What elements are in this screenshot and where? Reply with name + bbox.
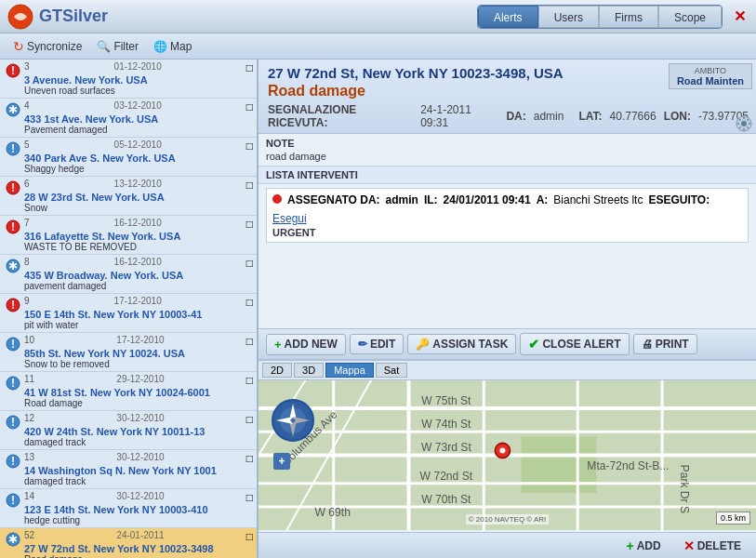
print-button[interactable]: 🖨 PRINT <box>633 334 697 354</box>
edit-button[interactable]: ✏ EDIT <box>350 334 404 354</box>
sync-icon: ↻ <box>13 39 24 54</box>
delete-button[interactable]: ✕ DELETE <box>676 537 749 555</box>
filter-icon: 🔍 <box>97 40 111 53</box>
add-button[interactable]: + ADD <box>618 537 668 555</box>
svg-text:Park Dr S: Park Dr S <box>678 465 691 513</box>
svg-text:!: ! <box>11 416 15 429</box>
a-label: A: <box>537 193 549 206</box>
map-controls: 2D 3D Mappa Sat <box>259 361 756 380</box>
main-area: ! 3 01-12-2010 □ 3 Avenue. New York. USA… <box>0 60 756 558</box>
segnalazione-label: SEGNALAZIONE RICEVUTA: <box>268 103 413 129</box>
bottom-bar: + ADD ✕ DELETE <box>259 532 756 558</box>
list-item[interactable]: ! 13 30-12-2010 □ 14 Washington Sq N. Ne… <box>0 450 257 489</box>
map-tab-3d[interactable]: 3D <box>294 363 324 378</box>
segnalazione-value: 24-1-2011 09:31 <box>420 103 498 129</box>
wrench2-icon: ✱ <box>6 259 20 273</box>
list-item-selected[interactable]: ✱ 52 24-01-2011 □ 27 W 72nd St. New York… <box>0 528 257 558</box>
ambito-value: Road Mainten <box>677 75 744 86</box>
delete-icon: ✕ <box>683 538 695 553</box>
svg-text:!: ! <box>11 220 15 233</box>
assign-icon: 🔑 <box>416 338 430 351</box>
il-value: 24/01/2011 09:41 <box>444 193 531 206</box>
app-title: GTSilver <box>39 7 258 26</box>
edit-icon: ✏ <box>358 338 367 351</box>
svg-text:!: ! <box>11 142 15 155</box>
interventi-section: LISTA INTERVENTI ASSEGNATO DA: admin IL:… <box>259 166 756 328</box>
alert-blue3-icon: ! <box>6 376 20 391</box>
list-item[interactable]: ! 9 17-12-2010 □ 150 E 14th St. New York… <box>0 294 257 333</box>
toolbar: ↻ Syncronize 🔍 Filter 🌐 Map <box>0 33 756 60</box>
map-section: 2D 3D Mappa Sat <box>259 360 756 532</box>
list-item[interactable]: ! 6 13-12-2010 □ 28 W 23rd St. New York.… <box>0 177 257 216</box>
list-item[interactable]: ! 7 16-12-2010 □ 316 Lafayette St. New Y… <box>0 216 257 255</box>
settings-icon[interactable] <box>736 115 752 135</box>
add-bottom-icon: + <box>626 538 633 553</box>
svg-text:W 75th St: W 75th St <box>421 394 471 407</box>
map-attribution: © 2010 NAVTEQ © ARI <box>466 514 550 525</box>
map-button[interactable]: 🌐 Map <box>148 38 197 55</box>
list-item[interactable]: ! 12 30-12-2010 □ 420 W 24th St. New Yor… <box>0 411 257 450</box>
svg-text:!: ! <box>11 377 15 390</box>
interventi-label: LISTA INTERVENTI <box>259 166 756 184</box>
tab-alerts[interactable]: Alerts <box>478 6 538 28</box>
svg-text:!: ! <box>11 455 15 468</box>
wrench-selected-icon: ✱ <box>6 532 20 547</box>
eseguito-label: ESEGUITO: <box>648 193 710 206</box>
list-item[interactable]: ! 10 17-12-2010 □ 85th St. New York NY 1… <box>0 333 257 372</box>
notes-text: road damage <box>266 151 749 162</box>
il-label: IL: <box>424 193 438 206</box>
map-compass[interactable] <box>272 399 314 442</box>
eseguito-link[interactable]: Esegui <box>272 212 307 225</box>
close-button[interactable]: ✕ <box>730 7 749 26</box>
map-area[interactable]: W 75th St W 74th St W 73rd St W 72nd St … <box>259 380 756 530</box>
alert-red2-icon: ! <box>6 219 20 234</box>
alert-red-icon: ! <box>6 180 20 195</box>
svg-point-44 <box>499 447 505 453</box>
svg-text:W 69th: W 69th <box>315 506 351 519</box>
detail-meta: SEGNALAZIONE RICEVUTA: 24-1-2011 09:31 D… <box>268 103 749 129</box>
ambito-label: AMBITO <box>677 66 744 75</box>
alert-blue4-icon: ! <box>6 415 20 430</box>
svg-text:!: ! <box>11 299 15 312</box>
map-roads: W 75th St W 74th St W 73rd St W 72nd St … <box>259 380 756 530</box>
list-item[interactable]: ! 5 05-12-2010 □ 340 Park Ave S. New Yor… <box>0 138 257 177</box>
tab-scope[interactable]: Scope <box>658 6 722 28</box>
lat-label: LAT: <box>578 110 602 123</box>
svg-text:W 73rd St: W 73rd St <box>421 441 471 454</box>
svg-text:!: ! <box>11 338 15 351</box>
map-tab-sat[interactable]: Sat <box>376 363 408 378</box>
svg-text:!: ! <box>11 181 15 194</box>
zoom-in-button[interactable]: + <box>273 453 290 470</box>
list-item[interactable]: ✱ 4 03-12-2010 □ 433 1st Ave. New York. … <box>0 99 257 138</box>
alert-blue2-icon: ! <box>6 337 20 352</box>
alert-red3-icon: ! <box>6 298 20 312</box>
assign-task-button[interactable]: 🔑 ASSIGN TASK <box>407 334 516 354</box>
filter-button[interactable]: 🔍 Filter <box>91 38 144 55</box>
list-item[interactable]: ! 14 30-12-2010 □ 123 E 14th St. New Yor… <box>0 489 257 528</box>
list-item[interactable]: ✱ 8 16-12-2010 □ 435 W Broadway. New Yor… <box>0 255 257 294</box>
notes-section: NOTE road damage <box>259 134 756 166</box>
ambito-box: AMBITO Road Mainten <box>669 63 752 89</box>
alert-blue-icon: ! <box>6 141 20 156</box>
syncronize-button[interactable]: ↻ Syncronize <box>7 37 87 56</box>
add-new-button[interactable]: + ADD NEW <box>266 334 346 355</box>
list-item[interactable]: ! 3 01-12-2010 □ 3 Avenue. New York. USA… <box>0 60 257 99</box>
close-alert-button[interactable]: ✔ CLOSE ALERT <box>520 333 629 355</box>
titlebar: GTSilver Alerts Users Firms Scope ✕ <box>0 0 756 33</box>
tab-users[interactable]: Users <box>538 6 599 28</box>
lat-value: 40.77666 <box>610 110 657 123</box>
intervento-item: ASSEGNATO DA: admin IL: 24/01/2011 09:41… <box>266 188 749 243</box>
svg-text:✱: ✱ <box>8 103 18 116</box>
svg-text:W 70th St: W 70th St <box>421 493 471 506</box>
map-tab-2d[interactable]: 2D <box>262 363 292 378</box>
list-item[interactable]: ! 11 29-12-2010 □ 41 W 81st St. New York… <box>0 372 257 411</box>
alert-list[interactable]: ! 3 01-12-2010 □ 3 Avenue. New York. USA… <box>0 60 257 558</box>
svg-point-28 <box>741 121 747 126</box>
a-value: Bianchi Streets ltc <box>553 193 643 206</box>
svg-text:!: ! <box>11 494 15 507</box>
map-tab-mappa[interactable]: Mappa <box>325 363 374 378</box>
svg-text:!: ! <box>11 64 15 77</box>
tab-firms[interactable]: Firms <box>599 6 658 28</box>
right-panel: 27 W 72nd St, New York NY 10023-3498, US… <box>259 60 756 558</box>
print-icon: 🖨 <box>642 338 653 351</box>
